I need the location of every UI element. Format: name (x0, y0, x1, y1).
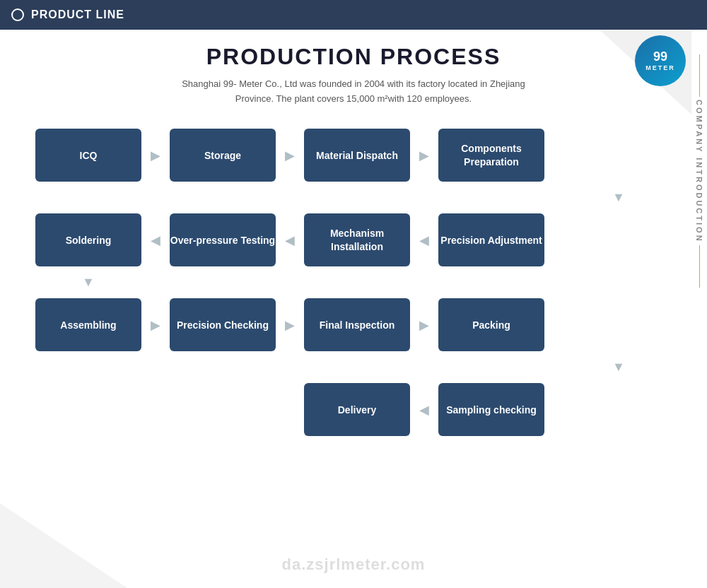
arrow-mechanism-testing (276, 233, 304, 247)
arrow-precision-mechanism (410, 233, 438, 247)
arrow-down-2: ▼ (35, 275, 141, 290)
box-mechanism-installation: Mechanism Installation (304, 213, 410, 266)
box-assembling: Assembling (35, 298, 141, 351)
box-final-inspection: Final Inspection (304, 298, 410, 351)
watermark: da.zsjrlmeter.com (282, 555, 426, 574)
arrow-checking-inspection (276, 318, 304, 332)
box-storage: Storage (170, 129, 276, 182)
box-sampling-checking: Sampling checking (438, 383, 544, 436)
flow-row-4: Delivery Sampling checking (35, 378, 672, 442)
arrow-sampling-delivery (410, 403, 438, 417)
box-soldering: Soldering (35, 213, 141, 266)
box-packing: Packing (438, 298, 544, 351)
arrow-testing-soldering (141, 233, 170, 247)
flow-diagram: ICQ Storage Material Dispatch Components… (28, 124, 679, 442)
v-arrow-row-1: ▼ (35, 187, 672, 208)
arrow-dispatch-components (410, 148, 438, 163)
box-precision-adjustment: Precision Adjustment (438, 213, 544, 266)
box-precision-checking: Precision Checking (170, 298, 276, 351)
box-components-preparation: Components Preparation (438, 129, 544, 182)
flow-row-2: Soldering Over-pressure Testing Mechanis… (35, 208, 672, 272)
page-subtitle: Shanghai 99- Meter Co., Ltd was founded … (28, 77, 679, 107)
header-circle-icon (11, 8, 24, 21)
flow-row-1: ICQ Storage Material Dispatch Components… (35, 124, 672, 187)
box-icq: ICQ (35, 129, 141, 182)
arrow-icq-storage (141, 148, 170, 163)
v-arrow-row-3: ▼ (35, 357, 672, 378)
main-content: PRODUCTION PROCESS Shanghai 99- Meter Co… (0, 30, 707, 449)
header-bar: PRODUCT LINE (0, 0, 707, 30)
arrow-down-3: ▼ (566, 360, 672, 375)
triangle-decoration-bottom (0, 503, 127, 588)
arrow-assembling-checking (141, 318, 170, 332)
box-material-dispatch: Material Dispatch (304, 129, 410, 182)
v-arrow-row-2: ▼ (35, 272, 672, 293)
header-title: PRODUCT LINE (31, 8, 124, 21)
box-over-pressure-testing: Over-pressure Testing (170, 213, 276, 266)
box-delivery: Delivery (304, 383, 410, 436)
flow-row-3: Assembling Precision Checking Final Insp… (35, 293, 672, 357)
page-title: PRODUCTION PROCESS (28, 44, 679, 70)
arrow-down-1: ▼ (566, 190, 672, 205)
arrow-inspection-packing (410, 318, 438, 332)
arrow-storage-dispatch (276, 148, 304, 163)
